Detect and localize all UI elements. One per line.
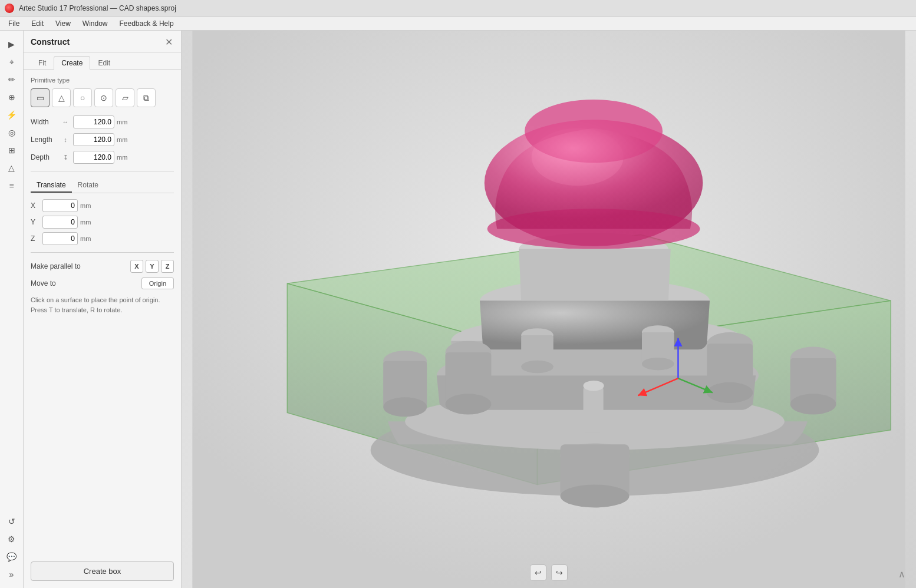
lightning-icon[interactable]: ⚡	[3, 106, 21, 124]
sidebar-bottom-icons: ↺⚙💬»	[3, 513, 21, 583]
viewport[interactable]: ↩ ↪ ∧	[182, 31, 916, 588]
3d-scene	[182, 31, 916, 588]
primitive-type-selector: ▭△○⊙▱⧉	[31, 88, 174, 107]
scan-icon[interactable]: ⌖	[3, 53, 21, 71]
make-parallel-label: Make parallel to	[31, 262, 127, 270]
create-box-button[interactable]: Create box	[31, 561, 174, 581]
svg-point-31	[521, 361, 553, 373]
coord-input-x[interactable]	[42, 199, 78, 212]
svg-rect-35	[584, 387, 604, 433]
play-icon[interactable]: ▶	[3, 35, 21, 53]
panel-content: Primitive type ▭△○⊙▱⧉ Width ↔ mm Length …	[24, 70, 181, 557]
undo-button[interactable]: ↩	[530, 564, 546, 581]
dim-input-depth[interactable]	[73, 151, 114, 164]
menu-item-window[interactable]: Window	[77, 18, 114, 29]
panel-tab-bar: FitCreateEdit	[24, 52, 181, 70]
dim-icon-depth: ↧	[60, 152, 71, 163]
plane-prim[interactable]: ▱	[116, 88, 134, 107]
copy-prim[interactable]: ⧉	[137, 88, 156, 107]
expand-icon[interactable]: »	[3, 566, 21, 583]
axis-btn-z[interactable]: Z	[161, 260, 174, 273]
move-to-label: Move to	[31, 279, 138, 288]
triangle-warning-icon[interactable]: △	[3, 159, 21, 177]
coord-unit-z: mm	[80, 235, 91, 242]
menu-item-feedback-&-help[interactable]: Feedback & Help	[114, 18, 180, 29]
dim-input-width[interactable]	[73, 115, 114, 128]
target-icon[interactable]: ◎	[3, 124, 21, 141]
dim-label-length: Length	[31, 136, 60, 144]
dimensions-section: Width ↔ mm Length ↕ mm Depth ↧ mm	[31, 115, 174, 164]
svg-point-34	[642, 358, 674, 370]
coord-unit-x: mm	[80, 202, 91, 209]
titlebar: Artec Studio 17 Professional — CAD shape…	[0, 0, 916, 16]
redo-button[interactable]: ↪	[551, 564, 568, 581]
dim-input-length[interactable]	[73, 133, 114, 146]
svg-point-19	[707, 382, 753, 403]
box-prim[interactable]: ▭	[31, 88, 50, 107]
torus-prim[interactable]: ⊙	[94, 88, 113, 107]
make-parallel-row: Make parallel to XYZ	[31, 260, 174, 273]
coordinates-section: X mm Y mm Z mm	[31, 199, 174, 245]
svg-point-22	[790, 394, 836, 414]
dim-unit-width: mm	[117, 118, 127, 125]
axis-btn-y[interactable]: Y	[146, 260, 159, 273]
window-title: Artec Studio 17 Professional — CAD shape…	[19, 4, 176, 12]
app-icon	[5, 4, 14, 13]
panel-close-button[interactable]: ✕	[163, 37, 174, 47]
coord-row-x: X mm	[31, 199, 174, 212]
dim-icon-length: ↕	[60, 134, 71, 145]
menu-item-edit[interactable]: Edit	[25, 18, 50, 29]
dimension-row-width: Width ↔ mm	[31, 115, 174, 128]
tab-create[interactable]: Create	[54, 56, 90, 70]
main-layout: ▶⌖✏⊕⚡◎⊞△≡ ↺⚙💬» Construct ✕ FitCreateEdit…	[0, 31, 916, 588]
coord-label-y: Y	[31, 218, 42, 226]
menu-item-view[interactable]: View	[50, 18, 77, 29]
checkerboard-icon[interactable]: ⊞	[3, 141, 21, 159]
help-text: Click on a surface to place the point of…	[31, 295, 174, 315]
dim-unit-length: mm	[117, 136, 127, 143]
settings-icon[interactable]: ⚙	[3, 530, 21, 548]
primitive-type-label: Primitive type	[31, 77, 174, 84]
axis-btn-x[interactable]: X	[130, 260, 143, 273]
dim-unit-depth: mm	[117, 154, 127, 161]
chat-icon[interactable]: 💬	[3, 548, 21, 566]
menubar: FileEditViewWindowFeedback & Help	[0, 16, 916, 31]
origin-button[interactable]: Origin	[141, 278, 174, 289]
svg-point-28	[561, 484, 630, 507]
move-to-row: Move to Origin	[31, 278, 174, 289]
dimension-row-length: Length ↕ mm	[31, 133, 174, 146]
viewport-expand-button[interactable]: ∧	[895, 567, 909, 581]
panel-title: Construct	[31, 37, 70, 47]
coord-input-y[interactable]	[42, 216, 78, 229]
layers-icon[interactable]: ≡	[3, 177, 21, 194]
dim-icon-width: ↔	[60, 117, 71, 127]
construct-panel: Construct ✕ FitCreateEdit Primitive type…	[24, 31, 182, 588]
dimension-row-depth: Depth ↧ mm	[31, 151, 174, 164]
tab-edit[interactable]: Edit	[90, 56, 118, 70]
axis-buttons: XYZ	[130, 260, 174, 273]
svg-point-25	[383, 397, 427, 417]
sphere-prim[interactable]: ○	[73, 88, 92, 107]
fusion-icon[interactable]: ⊕	[3, 88, 21, 106]
coord-row-z: Z mm	[31, 232, 174, 245]
transform-tab-bar: TranslateRotate	[31, 179, 174, 193]
left-sidebar: ▶⌖✏⊕⚡◎⊞△≡ ↺⚙💬»	[0, 31, 24, 588]
sidebar-top-icons: ▶⌖✏⊕⚡◎⊞△≡	[3, 35, 21, 194]
coord-unit-y: mm	[80, 219, 91, 226]
menu-item-file[interactable]: File	[2, 18, 25, 29]
bottom-toolbar: ↩ ↪	[530, 564, 568, 581]
cone-prim[interactable]: △	[52, 88, 71, 107]
coord-row-y: Y mm	[31, 216, 174, 229]
panel-header: Construct ✕	[24, 31, 181, 52]
svg-point-16	[445, 394, 491, 414]
tab-fit[interactable]: Fit	[31, 56, 54, 70]
dim-label-depth: Depth	[31, 153, 60, 161]
transform-tab-rotate[interactable]: Rotate	[72, 179, 104, 193]
edit-icon[interactable]: ✏	[3, 71, 21, 88]
history-icon[interactable]: ↺	[3, 513, 21, 530]
transform-tab-translate[interactable]: Translate	[31, 179, 72, 193]
coord-label-x: X	[31, 201, 42, 210]
svg-point-36	[584, 381, 604, 391]
coord-input-z[interactable]	[42, 232, 78, 245]
coord-label-z: Z	[31, 234, 42, 243]
